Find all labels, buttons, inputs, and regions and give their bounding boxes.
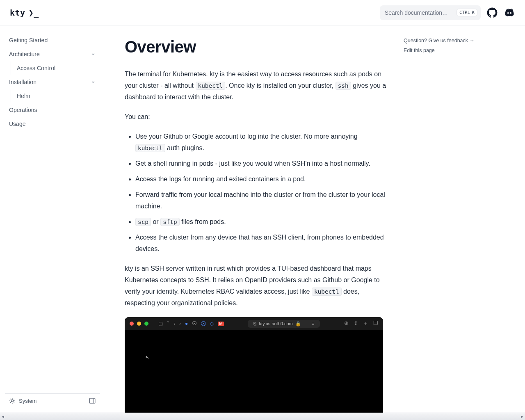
search-input[interactable]: Search documentation… CTRL K — [380, 5, 481, 20]
list-item: Access the logs for running and exited c… — [135, 173, 387, 185]
demo-screenshot: ▢ ˅ ‹ › ● ⦿ ⓧ ◇ M ⎘ kty.us.auth0.c — [125, 317, 383, 420]
scroll-left-icon[interactable]: ◄ — [1, 414, 5, 419]
diamond-icon: ◇ — [210, 321, 214, 326]
logo[interactable]: kty ❯_ — [10, 8, 39, 18]
sidebar-nav: Getting Started Architecture Access Cont… — [0, 25, 105, 420]
page-meta: Question? Give us feedback → Edit this p… — [404, 35, 486, 420]
sidebar-item-label: Access Control — [17, 65, 55, 71]
list-item: Use your Github or Google account to log… — [135, 131, 387, 154]
forward-icon: › — [179, 321, 181, 326]
sidebar-item-label: Operations — [9, 107, 37, 113]
svg-point-0 — [11, 399, 13, 402]
logo-text: kty — [10, 8, 25, 18]
lock-icon: 🔒 — [295, 321, 301, 326]
sidebar-item-access-control[interactable]: Access Control — [11, 62, 100, 75]
code-kubectl: kubectl — [135, 144, 165, 152]
list-item: Forward traffic from your local machine … — [135, 189, 387, 212]
sidebar-item-getting-started[interactable]: Getting Started — [5, 34, 100, 47]
theme-switcher[interactable]: System — [9, 397, 37, 404]
sidebar-item-usage[interactable]: Usage — [5, 117, 100, 130]
window-max-icon — [144, 322, 148, 326]
chevron-down-icon: ˅ — [167, 321, 169, 326]
chevron-down-icon — [90, 51, 96, 57]
sidebar-icon: ▢ — [158, 321, 163, 326]
article: Overview The terminal for Kubernetes. kt… — [125, 35, 387, 420]
sidebar-item-architecture[interactable]: Architecture — [5, 48, 100, 61]
sidebar-item-label: Helm — [17, 93, 30, 99]
shield-icon: ● — [185, 321, 188, 326]
edit-page-link[interactable]: Edit this page — [404, 48, 486, 53]
plus-icon: ＋ — [363, 320, 368, 327]
sun-icon — [9, 397, 16, 404]
window-min-icon — [137, 322, 141, 326]
reader-icon: ≡ — [312, 321, 314, 326]
sidebar-item-installation[interactable]: Installation — [5, 75, 100, 89]
list-item: Access the cluster from any device that … — [135, 232, 387, 255]
code-ssh: ssh — [336, 82, 351, 90]
page-title: Overview — [125, 38, 387, 56]
list-item: Get a shell running in pods - just like … — [135, 158, 387, 169]
x-icon: ⓧ — [201, 320, 206, 327]
code-scp: scp — [135, 218, 151, 226]
list-item: scp or sftp files from pods. — [135, 216, 387, 228]
feedback-link[interactable]: Question? Give us feedback → — [404, 38, 486, 43]
chevron-down-icon — [90, 79, 96, 85]
site-header: kty ❯_ Search documentation… CTRL K — [0, 0, 525, 25]
share-icon: ⇪ — [354, 320, 358, 327]
search-placeholder: Search documentation… — [385, 9, 457, 16]
code-sftp: sftp — [160, 218, 180, 226]
download-icon: ⊕ — [344, 320, 349, 327]
theme-label: System — [19, 398, 37, 404]
intro-paragraph: The terminal for Kubernetes. kty is the … — [125, 68, 387, 103]
horizontal-scrollbar[interactable]: ◄ ► — [0, 413, 525, 420]
feature-list: Use your Github or Google account to log… — [125, 131, 387, 255]
back-icon: ‹ — [173, 321, 175, 326]
zoom-icon: ⦿ — [192, 321, 197, 326]
discord-icon[interactable] — [504, 7, 515, 18]
screenshot-url-bar: ⎘ kty.us.auth0.com 🔒 ≡ — [248, 320, 320, 328]
sidebar-collapse-icon[interactable] — [89, 397, 96, 404]
sidebar-item-label: Architecture — [9, 51, 40, 57]
desc-paragraph: kty is an SSH server written in rust whi… — [125, 263, 387, 309]
you-can-label: You can: — [125, 111, 387, 123]
tabs-icon: ❐ — [373, 320, 378, 327]
sidebar-item-label: Usage — [9, 121, 25, 127]
screenshot-titlebar: ▢ ˅ ‹ › ● ⦿ ⓧ ◇ M ⎘ kty.us.auth0.c — [125, 317, 383, 330]
github-icon[interactable] — [486, 7, 498, 18]
sidebar-item-label: Installation — [9, 79, 37, 85]
svg-rect-1 — [89, 398, 95, 403]
code-kubectl: kubectl — [312, 288, 342, 296]
sidebar-item-helm[interactable]: Helm — [11, 89, 100, 103]
lock-icon: ⎘ — [253, 321, 256, 326]
sidebar-item-label: Getting Started — [9, 37, 48, 43]
sidebar-footer: System — [5, 393, 100, 408]
main-content: Overview The terminal for Kubernetes. kt… — [105, 25, 525, 420]
mail-icon: M — [218, 322, 224, 326]
window-close-icon — [130, 322, 134, 326]
code-kubectl: kubectl — [196, 82, 226, 90]
logo-prompt-icon: ❯_ — [29, 8, 39, 18]
search-shortcut: CTRL K — [457, 9, 477, 16]
cursor-icon: ↖ — [144, 354, 150, 361]
scroll-right-icon[interactable]: ► — [520, 414, 524, 419]
sidebar-item-operations[interactable]: Operations — [5, 103, 100, 116]
